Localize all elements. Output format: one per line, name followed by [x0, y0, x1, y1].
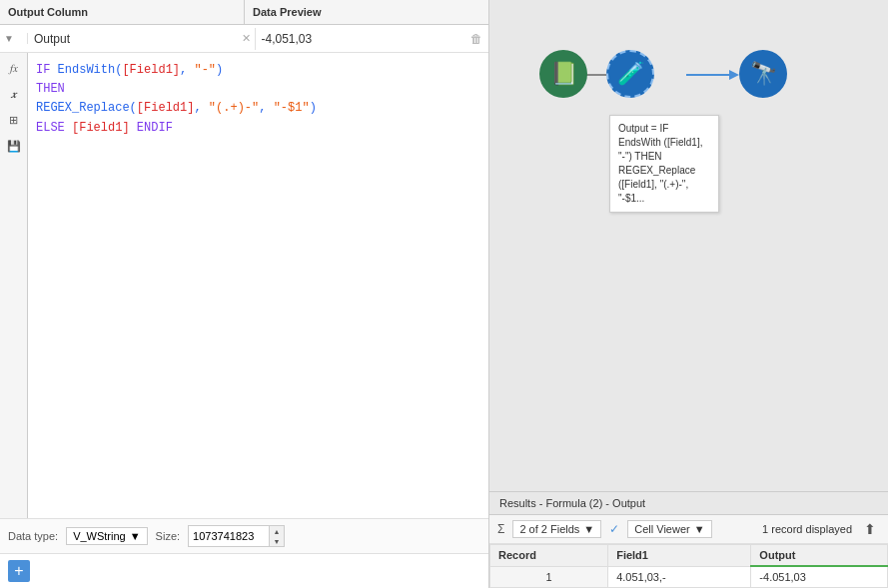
tooltip-text: Output = IF EndsWith ([Field1], "-") THE… [618, 123, 702, 204]
results-table: Record Field1 Output 14.051,03,--4.051,0… [489, 544, 888, 588]
chevron-down-icon: ▼ [4, 33, 14, 44]
size-spinner: ▲ ▼ [269, 526, 284, 546]
col-header-field1: Field1 [608, 545, 751, 567]
scroll-up-button[interactable]: ⬆ [860, 519, 880, 539]
size-input[interactable] [189, 528, 269, 544]
canvas-area[interactable]: 📗 🧪 🔭 Output = IF EndsWith ([Field1], "-… [489, 0, 888, 491]
datatype-label: Data type: [8, 530, 58, 542]
panel-header: Output Column Data Preview [0, 0, 488, 25]
node-formula[interactable]: 🧪 [606, 50, 654, 98]
formula-save-icon[interactable]: 💾 [3, 135, 25, 157]
clear-icon[interactable]: ✕ [238, 32, 255, 45]
row-expand-icon-area[interactable]: ▼ [0, 33, 28, 44]
output-row: ▼ Output ✕ -4,051,03 🗑 [0, 25, 488, 53]
cell-viewer-dropdown-icon: ▼ [694, 523, 705, 535]
formula-area: 𝑓𝑥 𝑥 ⊞ 💾 IF EndsWith([Field1], "-") THEN… [0, 53, 488, 518]
formula-fx-icon[interactable]: 𝑓𝑥 [3, 57, 25, 79]
add-row: + [0, 553, 488, 588]
table-cell: 4.051,03,- [608, 566, 751, 588]
node-book[interactable]: 📗 [539, 50, 587, 98]
add-button[interactable]: + [8, 560, 30, 582]
size-label: Size: [156, 530, 180, 542]
table-cell: -4.051,03 [751, 566, 888, 588]
right-panel: 📗 🧪 🔭 Output = IF EndsWith ([Field1], "-… [489, 0, 888, 588]
formula-editor[interactable]: IF EndsWith([Field1], "-") THEN REGEX_Re… [28, 53, 488, 518]
formula-line-1: IF EndsWith([Field1], "-") [36, 61, 480, 80]
results-header: Results - Formula (2) - Output [489, 492, 888, 515]
svg-marker-2 [729, 70, 739, 80]
output-column-header: Output Column [0, 0, 245, 24]
fields-button[interactable]: 2 of 2 Fields ▼ [512, 520, 601, 538]
browse-node-icon: 🔭 [739, 50, 787, 98]
datatype-select[interactable]: V_WString ▼ [66, 527, 147, 545]
spinner-down-button[interactable]: ▼ [270, 536, 284, 546]
left-panel: Output Column Data Preview ▼ Output ✕ -4… [0, 0, 489, 588]
spinner-up-button[interactable]: ▲ [270, 526, 284, 536]
check-icon[interactable]: ✓ [609, 522, 619, 536]
sigma-icon: Σ [497, 522, 504, 536]
col-header-output: Output [751, 545, 888, 567]
record-count: 1 record displayed [762, 523, 852, 535]
formula-line-2: THEN [36, 80, 480, 99]
table-row: 14.051,03,--4.051,03 [490, 566, 888, 588]
formula-field-icon[interactable]: ⊞ [3, 109, 25, 131]
formula-x-icon[interactable]: 𝑥 [3, 83, 25, 105]
dropdown-icon: ▼ [583, 523, 594, 535]
cell-viewer-label: Cell Viewer [634, 523, 689, 535]
col-header-record: Record [490, 545, 608, 567]
formula-line-3: REGEX_Replace([Field1], "(.+)-", "-$1") [36, 99, 480, 118]
table-cell: 1 [490, 566, 608, 588]
output-field-name: Output [28, 28, 238, 50]
datatype-chevron-icon: ▼ [130, 530, 141, 542]
results-toolbar: Σ 2 of 2 Fields ▼ ✓ Cell Viewer ▼ 1 reco… [489, 515, 888, 544]
cell-viewer-button[interactable]: Cell Viewer ▼ [627, 520, 711, 538]
results-panel: Results - Formula (2) - Output Σ 2 of 2 … [489, 491, 888, 588]
data-preview-header: Data Preview [245, 0, 488, 24]
size-input-wrap: ▲ ▼ [188, 525, 285, 547]
datatype-value: V_WString [73, 530, 126, 542]
datatype-row: Data type: V_WString ▼ Size: ▲ ▼ [0, 518, 488, 553]
formula-line-4: ELSE [Field1] ENDIF [36, 119, 480, 138]
node-browse[interactable]: 🔭 [739, 50, 787, 98]
formula-sidebar: 𝑓𝑥 𝑥 ⊞ 💾 [0, 53, 28, 518]
book-node-icon: 📗 [539, 50, 587, 98]
fields-label: 2 of 2 Fields [519, 523, 579, 535]
trash-icon[interactable]: 🗑 [464, 32, 488, 46]
formula-node-icon: 🧪 [606, 50, 654, 98]
formula-tooltip: Output = IF EndsWith ([Field1], "-") THE… [609, 115, 719, 213]
data-preview-value: -4,051,03 [255, 28, 465, 50]
